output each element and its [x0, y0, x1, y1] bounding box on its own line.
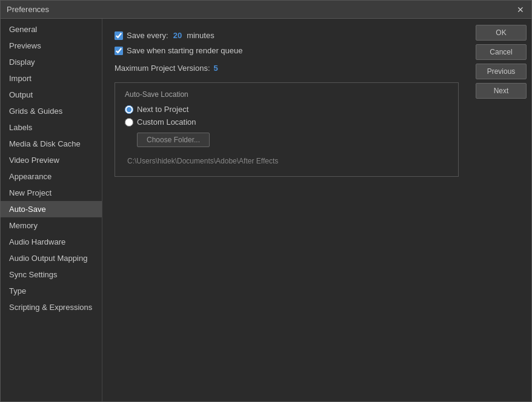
sidebar-item-sync-settings[interactable]: Sync Settings: [1, 266, 102, 283]
max-versions-label: Maximum Project Versions:: [115, 64, 210, 73]
radio-next-to-project-label: Next to Project: [137, 105, 188, 114]
sidebar-item-display[interactable]: Display: [1, 54, 102, 70]
sidebar-item-labels[interactable]: Labels: [1, 119, 102, 136]
ok-button[interactable]: OK: [476, 25, 527, 41]
preferences-dialog: Preferences ✕ GeneralPreviewsDisplayImpo…: [0, 0, 532, 402]
save-every-checkbox[interactable]: [115, 31, 123, 40]
max-versions-value[interactable]: 5: [214, 64, 218, 73]
sidebar-item-auto-save[interactable]: Auto-Save: [1, 201, 102, 217]
cancel-button[interactable]: Cancel: [476, 44, 527, 60]
sidebar: GeneralPreviewsDisplayImportOutputGrids …: [1, 19, 102, 401]
choose-folder-button[interactable]: Choose Folder...: [137, 133, 210, 147]
sidebar-item-grids-guides[interactable]: Grids & Guides: [1, 103, 102, 119]
sidebar-item-audio-hardware[interactable]: Audio Hardware: [1, 234, 102, 250]
save-every-value[interactable]: 20: [173, 31, 182, 40]
sidebar-item-scripting-expressions[interactable]: Scripting & Expressions: [1, 299, 102, 315]
radio-custom-location-label: Custom Location: [137, 117, 196, 127]
sidebar-item-previews[interactable]: Previews: [1, 38, 102, 54]
dialog-title: Preferences: [7, 5, 49, 14]
radio-next-to-project[interactable]: [125, 105, 133, 114]
next-button[interactable]: Next: [476, 83, 527, 99]
save-render-checkbox[interactable]: [115, 47, 123, 55]
buttons-panel: OK Cancel Previous Next: [471, 19, 531, 401]
radio-custom-location-row: Custom Location: [125, 117, 448, 127]
sidebar-item-appearance[interactable]: Appearance: [1, 168, 102, 185]
close-button[interactable]: ✕: [516, 5, 525, 15]
max-versions-row: Maximum Project Versions: 5: [115, 64, 459, 73]
previous-button[interactable]: Previous: [476, 64, 527, 79]
sidebar-item-audio-output-mapping[interactable]: Audio Output Mapping: [1, 250, 102, 266]
save-every-label[interactable]: Save every:: [115, 31, 168, 40]
title-bar: Preferences ✕: [1, 1, 531, 19]
save-render-row: Save when starting render queue: [115, 46, 459, 55]
save-every-row: Save every: 20 minutes: [115, 31, 459, 40]
autosave-path: C:\Users\hidek\Documents\Adobe\After Eff…: [125, 153, 448, 169]
sidebar-item-memory[interactable]: Memory: [1, 217, 102, 234]
sidebar-item-import[interactable]: Import: [1, 70, 102, 87]
content-area: GeneralPreviewsDisplayImportOutputGrids …: [1, 19, 531, 401]
radio-custom-location[interactable]: [125, 118, 133, 127]
main-panel: Save every: 20 minutes Save when startin…: [102, 19, 471, 401]
radio-next-to-project-row: Next to Project: [125, 105, 448, 114]
autosave-location-title: Auto-Save Location: [125, 90, 448, 99]
sidebar-item-video-preview[interactable]: Video Preview: [1, 152, 102, 168]
sidebar-item-type[interactable]: Type: [1, 283, 102, 299]
sidebar-item-output[interactable]: Output: [1, 87, 102, 103]
sidebar-item-media-disk-cache[interactable]: Media & Disk Cache: [1, 136, 102, 152]
autosave-location-box: Auto-Save Location Next to Project Custo…: [115, 82, 459, 177]
sidebar-item-general[interactable]: General: [1, 21, 102, 38]
save-render-label[interactable]: Save when starting render queue: [115, 46, 243, 55]
save-every-unit: minutes: [187, 31, 214, 40]
sidebar-item-new-project[interactable]: New Project: [1, 185, 102, 201]
